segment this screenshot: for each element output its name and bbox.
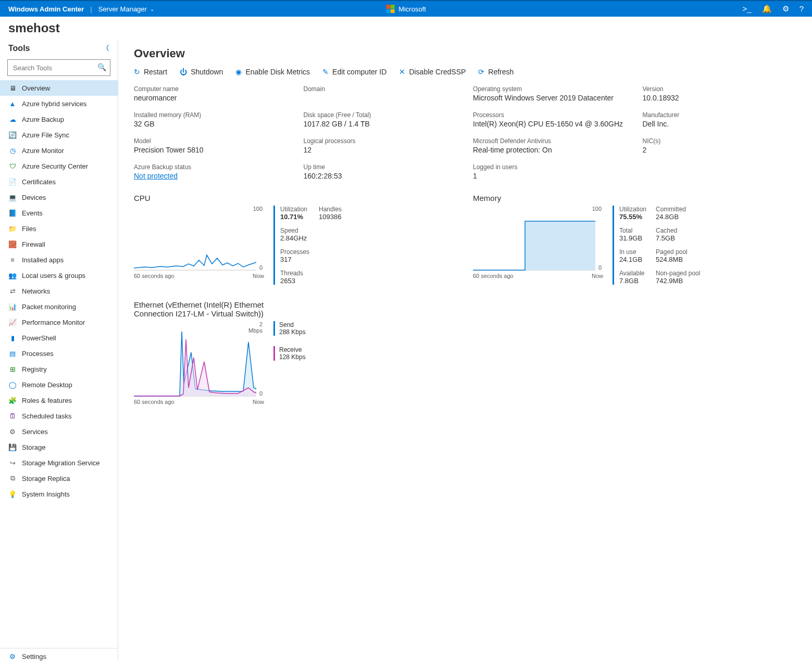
prop-value: 1017.82 GB / 1.4 TB	[304, 120, 458, 128]
svg-text:0: 0	[259, 264, 263, 271]
stat-value: 10.71%	[280, 213, 309, 221]
sidebar-item-azure-security-center[interactable]: 🛡 Azure Security Center	[0, 158, 118, 174]
stat-committed: Committed 24.8GB	[656, 206, 700, 221]
prop-value: Precision Tower 5810	[134, 146, 288, 154]
prop-label: Installed memory (RAM)	[134, 111, 288, 119]
tool-icon: ▤	[8, 349, 17, 358]
sidebar-item-storage-replica[interactable]: ⧉ Storage Replica	[0, 471, 118, 486]
sidebar-item-label: Storage Replica	[22, 475, 70, 482]
svg-text:100: 100	[253, 206, 263, 212]
sidebar-item-performance-monitor[interactable]: 📈 Performance Monitor	[0, 314, 118, 330]
action-label: Disable CredSSP	[409, 68, 466, 76]
svg-text:0: 0	[598, 264, 602, 271]
action-bar: ↻Restart⏻Shutdown◉Enable Disk Metrics✎Ed…	[134, 68, 796, 76]
host-name: smehost	[0, 17, 812, 40]
sidebar-item-local-users-groups[interactable]: 👥 Local users & groups	[0, 268, 118, 283]
action-restart[interactable]: ↻Restart	[134, 68, 167, 76]
sidebar-item-powershell[interactable]: ▮ PowerShell	[0, 330, 118, 346]
cpu-chart[interactable]: 100 0 60 seconds ago Now	[134, 206, 264, 285]
ethernet-chart-title: Ethernet (vEthernet (Intel(R) Ethernet C…	[134, 300, 264, 318]
context-picker[interactable]: Server Manager ⌄	[98, 5, 154, 13]
eth-send-label: Send	[279, 321, 306, 328]
ethernet-chart[interactable]: 2 Mbps 0 60 seconds ago Now	[134, 321, 264, 405]
stat-threads: Threads 2653	[280, 270, 309, 285]
svg-text:100: 100	[592, 206, 602, 212]
svg-marker-6	[473, 221, 595, 270]
tool-icon: 🖥	[8, 84, 17, 92]
stat-value: 524.8MB	[656, 256, 700, 263]
stat-label: Committed	[656, 206, 700, 213]
prop-value[interactable]: Not protected	[134, 172, 288, 180]
tool-icon: 🗓	[8, 412, 17, 420]
tool-icon: ⚙	[8, 427, 17, 436]
prop-label: Model	[134, 137, 288, 145]
sidebar-item-label: Overview	[22, 84, 50, 92]
sidebar-item-remote-desktop[interactable]: ◯ Remote Desktop	[0, 377, 118, 392]
prop-value: 12	[304, 146, 458, 154]
sidebar-item-overview[interactable]: 🖥 Overview	[0, 80, 118, 96]
tool-icon: 🔄	[8, 131, 17, 139]
prop-domain: Domain	[304, 85, 458, 102]
action-label: Shutdown	[191, 68, 223, 76]
sidebar-item-networks[interactable]: ⇄ Networks	[0, 283, 118, 299]
sidebar-item-label: Azure hybrid services	[22, 100, 86, 108]
settings-icon[interactable]: ⚙	[782, 4, 789, 14]
action-enable-disk-metrics[interactable]: ◉Enable Disk Metrics	[235, 68, 310, 76]
stat-value: 2653	[280, 277, 309, 285]
action-icon: ⟳	[478, 68, 484, 76]
search-tools-input[interactable]	[7, 59, 110, 76]
memory-chart[interactable]: 100 0 60 seconds ago Now	[473, 206, 603, 285]
page-title: Overview	[134, 47, 796, 60]
action-label: Refresh	[488, 68, 514, 76]
stat-value: 24.1GB	[619, 256, 646, 263]
sidebar-item-azure-file-sync[interactable]: 🔄 Azure File Sync	[0, 127, 118, 143]
sidebar-title: Tools	[8, 44, 30, 53]
sidebar-item-files[interactable]: 📁 Files	[0, 221, 118, 236]
help-icon[interactable]: ?	[799, 4, 804, 14]
brand-label[interactable]: Windows Admin Center	[8, 5, 84, 13]
sidebar-item-certificates[interactable]: 📄 Certificates	[0, 174, 118, 189]
action-label: Enable Disk Metrics	[245, 68, 310, 76]
svg-text:Mbps: Mbps	[248, 327, 263, 334]
collapse-sidebar-icon[interactable]: 〈	[102, 44, 109, 53]
sidebar-item-label: Local users & groups	[22, 272, 85, 279]
stat-label: Speed	[280, 227, 309, 234]
cloud-shell-icon[interactable]: >_	[743, 4, 752, 14]
sidebar-item-label: Azure Security Center	[22, 162, 88, 170]
memory-x-left: 60 seconds ago	[473, 273, 514, 279]
sidebar-item-packet-monitoring[interactable]: 📊 Packet monitoring	[0, 299, 118, 314]
sidebar-item-storage[interactable]: 💾 Storage	[0, 439, 118, 455]
sidebar-item-scheduled-tasks[interactable]: 🗓 Scheduled tasks	[0, 408, 118, 424]
sidebar-item-settings[interactable]: ⚙ Settings	[0, 649, 118, 661]
prop-disk-space-free-total-: Disk space (Free / Total) 1017.82 GB / 1…	[304, 111, 458, 128]
prop-logged-in-users: Logged in users 1	[473, 163, 627, 180]
sidebar-item-events[interactable]: 📘 Events	[0, 205, 118, 221]
sidebar-item-azure-hybrid-services[interactable]: ▲ Azure hybrid services	[0, 96, 118, 111]
sidebar-item-registry[interactable]: ⊞ Registry	[0, 361, 118, 377]
notifications-icon[interactable]: 🔔	[762, 4, 772, 14]
action-disable-credssp[interactable]: ✕Disable CredSSP	[399, 68, 466, 76]
tool-icon: 💻	[8, 193, 17, 201]
tool-icon: ↪	[8, 459, 17, 467]
sidebar-item-system-insights[interactable]: 💡 System Insights	[0, 486, 118, 502]
sidebar-item-processes[interactable]: ▤ Processes	[0, 346, 118, 361]
sidebar-item-storage-migration-service[interactable]: ↪ Storage Migration Service	[0, 455, 118, 471]
prop-value: Dell Inc.	[643, 120, 797, 128]
sidebar-item-roles-features[interactable]: 🧩 Roles & features	[0, 392, 118, 408]
tool-icon: ☁	[8, 115, 17, 123]
eth-x-left: 60 seconds ago	[134, 399, 174, 405]
stat-processes: Processes 317	[280, 248, 309, 263]
action-refresh[interactable]: ⟳Refresh	[478, 68, 514, 76]
sidebar-item-firewall[interactable]: 🧱 Firewall	[0, 236, 118, 252]
sidebar-item-azure-backup[interactable]: ☁ Azure Backup	[0, 111, 118, 127]
stat-value: 31.9GB	[619, 234, 646, 242]
sidebar-item-services[interactable]: ⚙ Services	[0, 424, 118, 439]
action-edit-computer-id[interactable]: ✎Edit computer ID	[322, 68, 386, 76]
stat-value: 7.5GB	[656, 234, 700, 242]
sidebar-item-azure-monitor[interactable]: ◷ Azure Monitor	[0, 143, 118, 158]
sidebar-item-devices[interactable]: 💻 Devices	[0, 189, 118, 205]
tool-icon: ⧉	[8, 474, 17, 482]
sidebar-item-installed-apps[interactable]: ≡ Installed apps	[0, 252, 118, 268]
action-shutdown[interactable]: ⏻Shutdown	[180, 68, 223, 76]
tool-icon: 📊	[8, 302, 17, 311]
